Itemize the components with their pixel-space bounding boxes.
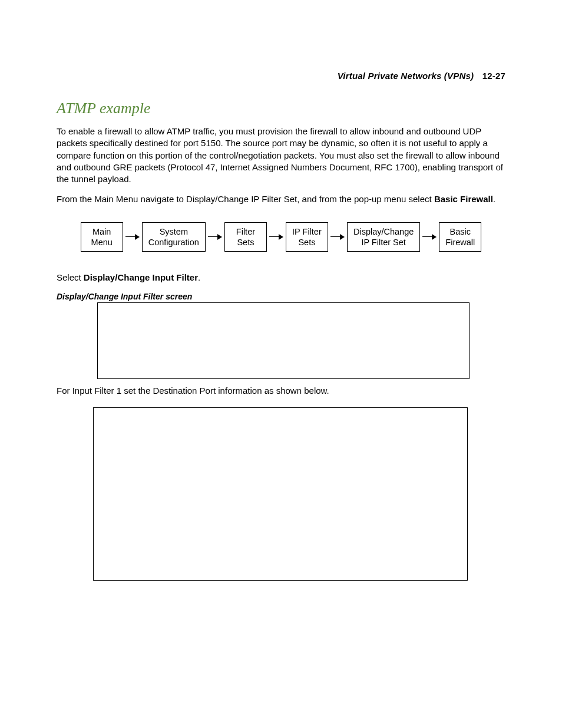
flow-box-basic-firewall: Basic Firewall	[439, 222, 481, 252]
arrow-icon	[208, 234, 222, 240]
destination-port-screen-placeholder	[93, 407, 468, 581]
flow-box-main-menu: Main Menu	[81, 222, 123, 252]
input-filter-screen-placeholder	[97, 302, 470, 379]
flow-box-system-configuration: System Configuration	[142, 222, 206, 252]
flow-line: Basic	[450, 227, 471, 236]
flow-line: IP Filter	[292, 227, 322, 236]
paragraph-2-pre: From the Main Menu navigate to Display/C…	[57, 194, 434, 204]
flow-box-display-change-ip-filter-set: Display/Change IP Filter Set	[347, 222, 420, 252]
paragraph-2-bold: Basic Firewall	[434, 194, 493, 204]
paragraph-3-bold: Display/Change Input Filter	[84, 272, 198, 282]
flow-line: Main	[92, 227, 111, 236]
paragraph-3-post: .	[198, 272, 200, 282]
flow-line: Menu	[91, 238, 113, 247]
arrow-icon	[269, 234, 283, 240]
paragraph-2: From the Main Menu navigate to Display/C…	[57, 193, 505, 205]
paragraph-4: For Input Filter 1 set the Destination P…	[57, 385, 505, 397]
flow-line: Sets	[298, 238, 315, 247]
arrow-icon	[330, 234, 345, 240]
flow-line: Firewall	[445, 238, 475, 247]
document-page: Virtual Private Networks (VPNs) 12-27 AT…	[0, 0, 562, 728]
flow-line: Configuration	[148, 238, 199, 247]
paragraph-2-post: .	[493, 194, 495, 204]
flow-line: Filter	[236, 227, 255, 236]
flow-line: IP Filter Set	[361, 238, 405, 247]
section-title: ATMP example	[57, 100, 505, 117]
paragraph-1: To enable a firewall to allow ATMP traff…	[57, 126, 505, 185]
running-header: Virtual Private Networks (VPNs) 12-27	[57, 71, 505, 81]
flow-box-filter-sets: Filter Sets	[224, 222, 267, 252]
arrow-icon	[422, 234, 437, 240]
paragraph-3-pre: Select	[57, 272, 84, 282]
navigation-flowchart: Main Menu System Configuration Filter Se…	[57, 222, 505, 252]
paragraph-3: Select Display/Change Input Filter.	[57, 272, 505, 284]
header-title: Virtual Private Networks (VPNs)	[338, 71, 474, 81]
flow-box-ip-filter-sets: IP Filter Sets	[286, 222, 328, 252]
flow-line: Sets	[237, 238, 254, 247]
flow-line: System	[160, 227, 188, 236]
header-page-number: 12-27	[482, 71, 505, 81]
arrow-icon	[125, 234, 140, 240]
flow-line: Display/Change	[353, 227, 414, 236]
screen-caption-1: Display/Change Input Filter screen	[57, 292, 505, 301]
